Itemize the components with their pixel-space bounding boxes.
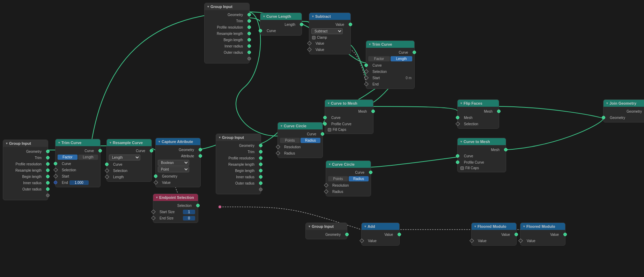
- endpoint-selection-node[interactable]: ▾ Endpoint Selection Selection Start Siz…: [153, 194, 198, 223]
- socket-start-in[interactable]: [53, 174, 58, 179]
- start-size-input[interactable]: [183, 210, 195, 214]
- group-input-top-header[interactable]: ▾ Group Input: [205, 3, 249, 10]
- socket-begin-len-out[interactable]: [247, 38, 251, 42]
- add-node[interactable]: ▾ Add Value Value: [361, 223, 400, 246]
- resample-curve-header[interactable]: ▾ Resample Curve: [107, 139, 151, 146]
- floored-modulo-2-node[interactable]: ▾ Floored Modulo Value Value: [520, 223, 565, 246]
- end-input[interactable]: [69, 180, 89, 185]
- floored-modulo-1-header[interactable]: ▾ Floored Modulo: [472, 223, 516, 230]
- socket-outer-r-out[interactable]: [247, 51, 251, 54]
- socket-profile-in[interactable]: [323, 122, 327, 126]
- socket-sel-in[interactable]: [105, 169, 109, 173]
- floored-modulo-2-header[interactable]: ▾ Floored Modulo: [520, 223, 565, 230]
- group-input-bottom-node[interactable]: ▾ Group Input Geometry: [305, 223, 347, 239]
- socket-len-in[interactable]: [105, 175, 109, 179]
- socket-geo-out[interactable]: [46, 150, 50, 153]
- socket-geo-in[interactable]: [602, 116, 605, 119]
- socket-res-in[interactable]: [324, 183, 328, 188]
- curve-to-mesh-top-node[interactable]: ▾ Curve to Mesh Mesh Curve Profile Curve…: [325, 99, 373, 134]
- socket-sel-in[interactable]: [456, 122, 460, 126]
- group-input-top-node[interactable]: ▾ Group Input Geometry Trim Profile reso…: [204, 3, 250, 63]
- factor-btn[interactable]: Factor: [368, 56, 390, 61]
- fill-caps-cb[interactable]: [328, 128, 331, 132]
- curve-circle-top-node[interactable]: ▾ Curve Circle Curve Points Radius Resol…: [277, 122, 323, 158]
- socket-curve-out[interactable]: [150, 149, 153, 152]
- trim-curve-top-header[interactable]: ▾ Trim Curve: [366, 41, 414, 48]
- curve-circle-bottom-node[interactable]: ▾ Curve Circle Curve Points Radius Resol…: [326, 160, 371, 196]
- socket-mesh-in[interactable]: [456, 116, 459, 119]
- factor-length-toggle[interactable]: Factor Length: [368, 56, 412, 61]
- socket-attr-out[interactable]: [199, 154, 202, 158]
- socket-radius-in[interactable]: [276, 151, 280, 156]
- curve-to-mesh-bottom-header[interactable]: ▾ Curve to Mesh: [458, 138, 506, 145]
- curve-circle-top-header[interactable]: ▾ Curve Circle: [278, 122, 323, 129]
- points-btn[interactable]: Points: [280, 138, 300, 143]
- endpoint-selection-header[interactable]: ▾ Endpoint Selection: [153, 194, 198, 201]
- socket-end-in[interactable]: [54, 181, 57, 184]
- socket-curve-out[interactable]: [321, 132, 324, 136]
- join-geometry-node[interactable]: ▾ Join Geometry Geometry Geometry: [603, 99, 644, 122]
- socket-end-in[interactable]: [364, 82, 369, 87]
- socket-res-in[interactable]: [276, 145, 280, 149]
- socket-selection-in[interactable]: [364, 69, 369, 74]
- socket-sel-in[interactable]: [53, 168, 58, 172]
- trim-curve-top-node[interactable]: ▾ Trim Curve Curve Factor Length Curve S…: [366, 40, 415, 89]
- group-input-mid-header[interactable]: ▾ Group Input: [216, 134, 261, 141]
- group-input-mid-node[interactable]: ▾ Group Input Geometry Trim Profile reso…: [216, 134, 261, 194]
- curve-to-mesh-bottom-node[interactable]: ▾ Curve to Mesh Mesh Curve Profile Curve…: [457, 138, 506, 172]
- socket-start-in[interactable]: [364, 76, 369, 80]
- curve-to-mesh-top-header[interactable]: ▾ Curve to Mesh: [325, 100, 373, 107]
- resample-curve-node[interactable]: ▾ Resample Curve Curve Length Curve Sele…: [106, 139, 152, 182]
- socket-curve-in[interactable]: [456, 154, 459, 158]
- socket-profile-in[interactable]: [456, 160, 459, 164]
- socket-bottom-out[interactable]: [247, 57, 251, 60]
- add-header[interactable]: ▾ Add: [362, 223, 399, 230]
- floored-modulo-1-node[interactable]: ▾ Floored Modulo Value Value: [471, 223, 517, 246]
- socket-curve-out[interactable]: [369, 171, 372, 174]
- socket-trim-out[interactable]: [247, 19, 251, 23]
- socket-curve-out[interactable]: [98, 149, 102, 152]
- socket-curve-in[interactable]: [364, 63, 368, 67]
- subtract-header[interactable]: ▾ Subtract: [309, 13, 350, 20]
- points-btn-b[interactable]: Points: [328, 176, 348, 181]
- capture-dropdown2[interactable]: Point: [158, 166, 189, 172]
- factor-btn-left[interactable]: Factor: [58, 155, 77, 160]
- curve-length-header[interactable]: ▾ Curve Length: [260, 13, 302, 20]
- factor-length-toggle-left[interactable]: Factor Length: [58, 155, 98, 160]
- fill-caps-cb-b[interactable]: [460, 166, 464, 170]
- trim-curve-left-node[interactable]: ▾ Trim Curve Curve Factor Length Curve S…: [55, 139, 101, 187]
- radius-btn[interactable]: Radius: [301, 138, 320, 143]
- flip-faces-header[interactable]: ▾ Flip Faces: [458, 100, 499, 107]
- resample-dropdown[interactable]: Length: [109, 155, 140, 160]
- radius-btn-b[interactable]: Radius: [349, 176, 369, 181]
- socket-value-in[interactable]: [154, 180, 158, 185]
- socket-startsize-in[interactable]: [151, 210, 156, 214]
- socket-geo-out[interactable]: [199, 148, 202, 151]
- socket-curve-in[interactable]: [54, 162, 57, 165]
- flip-faces-node[interactable]: ▾ Flip Faces Mesh Mesh Selection: [457, 99, 499, 129]
- socket-inner-r-out[interactable]: [247, 44, 251, 48]
- capture-attribute-header[interactable]: ▾ Capture Attribute: [156, 138, 200, 145]
- socket-geo-in[interactable]: [154, 174, 157, 178]
- socket-curve-out[interactable]: [413, 51, 416, 54]
- socket-curve-in[interactable]: [105, 163, 109, 166]
- socket-value-out[interactable]: [349, 23, 352, 26]
- socket-mesh-out[interactable]: [504, 148, 508, 151]
- socket-geometry-out[interactable]: [247, 13, 251, 16]
- socket-trim-out[interactable]: [46, 156, 50, 159]
- socket-sel-out[interactable]: [196, 204, 200, 207]
- socket-endsize-in[interactable]: [151, 216, 156, 220]
- socket-mesh-out[interactable]: [371, 110, 375, 113]
- socket-value-in1[interactable]: [307, 41, 312, 46]
- capture-attribute-node[interactable]: ▾ Capture Attribute Geometry Attribute B…: [155, 138, 201, 187]
- socket-curve-in[interactable]: [259, 29, 262, 32]
- group-input-left-header[interactable]: ▾ Group Input: [3, 140, 48, 147]
- join-geometry-header[interactable]: ▾ Join Geometry: [604, 100, 644, 107]
- curve-length-node[interactable]: ▾ Curve Length Length Curve: [260, 13, 302, 36]
- socket-value-in2[interactable]: [307, 47, 312, 52]
- length-btn[interactable]: Length: [391, 56, 412, 61]
- curve-circle-bottom-header[interactable]: ▾ Curve Circle: [326, 161, 371, 168]
- trim-curve-left-header[interactable]: ▾ Trim Curve: [55, 139, 100, 146]
- subtract-node[interactable]: ▾ Subtract Value Subtract Clamp Value: [309, 13, 351, 54]
- group-input-left-node[interactable]: ▾ Group Input Geometry Trim Profile reso…: [3, 140, 48, 200]
